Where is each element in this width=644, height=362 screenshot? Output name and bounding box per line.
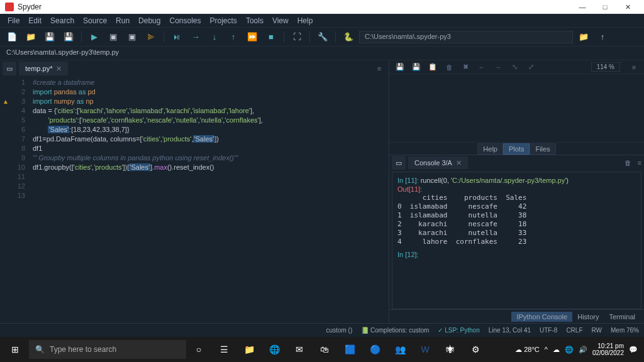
right-tab-files[interactable]: Files — [530, 143, 555, 155]
status-eol[interactable]: CRLF — [566, 327, 582, 334]
settings-icon[interactable]: ⚙ — [463, 338, 488, 361]
menu-projects[interactable]: Projects — [206, 15, 241, 26]
stop-debug-button[interactable]: ■ — [263, 30, 279, 44]
volume-icon[interactable]: 🔊 — [579, 346, 587, 354]
menu-source[interactable]: Source — [79, 15, 111, 26]
system-clock[interactable]: 10:21 pm 02/08/2022 — [592, 343, 624, 356]
minimize-button[interactable]: — — [571, 3, 594, 11]
start-button[interactable]: ⊞ — [3, 338, 28, 361]
tab-close-icon[interactable]: ✕ — [56, 65, 62, 73]
task-view-icon[interactable]: ☰ — [211, 338, 236, 361]
console-output[interactable]: In [11]: runcell(0, 'C:/Users/namta/.spy… — [392, 172, 641, 309]
parent-dir-button[interactable]: ↑ — [594, 30, 611, 44]
console-tab-history[interactable]: History — [572, 312, 604, 322]
step-into-button[interactable]: ↓ — [206, 30, 223, 44]
close-button[interactable]: ✕ — [616, 3, 639, 11]
delete-plot-button[interactable]: 🗑 — [442, 63, 456, 71]
code-line[interactable]: ''' Groupby multiple columns in pandas p… — [33, 153, 389, 163]
weather-widget[interactable]: ☁ 28°C — [515, 346, 540, 354]
console-options-button[interactable]: ≡ — [638, 159, 641, 167]
right-tab-plots[interactable]: Plots — [503, 143, 530, 155]
code-line[interactable]: df1=pd.DataFrame(data, columns=['cities'… — [33, 134, 389, 144]
app-icon-1[interactable]: 🟦 — [337, 338, 362, 361]
zoom-in-button[interactable]: ⤢ — [524, 63, 538, 71]
working-dir-combo[interactable]: C:\Users\namta\.spyder-py3 — [359, 31, 573, 43]
run-selection-button[interactable]: ⫸ — [143, 30, 159, 44]
save-all-button[interactable]: 💾 — [60, 30, 77, 44]
file-switcher-button[interactable]: ▭ — [3, 62, 16, 75]
code-line[interactable]: import pandas as pd — [33, 87, 389, 97]
open-file-button[interactable]: 📁 — [23, 30, 39, 44]
run-button[interactable]: ▶ — [86, 30, 103, 44]
console-tab-terminal[interactable]: Terminal — [604, 312, 640, 322]
console-switcher-button[interactable]: ▭ — [392, 156, 406, 170]
menu-help[interactable]: Help — [294, 15, 317, 26]
maximize-button[interactable]: □ — [594, 3, 616, 11]
prev-plot-button[interactable]: ← — [475, 63, 489, 71]
run-cell-button[interactable]: ▣ — [105, 30, 121, 44]
teams-icon[interactable]: 👥 — [387, 338, 413, 361]
console-tab-ipython-console[interactable]: IPython Console — [511, 312, 572, 322]
editor-options-button[interactable]: ≡ — [372, 65, 386, 72]
status-lsp[interactable]: ✓ LSP: Python — [438, 327, 479, 334]
code-line[interactable]: 'products':['nescafe','cornflakes','nesc… — [33, 116, 389, 125]
code-line[interactable]: data = {'cities':['karachi','lahore','is… — [33, 106, 389, 116]
code-line[interactable]: df1 — [33, 144, 389, 153]
plots-options-button[interactable]: ≡ — [628, 63, 640, 71]
tray-chevron-icon[interactable]: ^ — [545, 346, 548, 353]
preferences-button[interactable]: 🔧 — [314, 30, 331, 44]
continue-button[interactable]: ⏩ — [244, 30, 260, 44]
zoom-level[interactable]: 114 % — [591, 62, 620, 72]
menu-view[interactable]: View — [269, 15, 292, 26]
delete-all-button[interactable]: ✖ — [458, 63, 472, 71]
save-plot-button[interactable]: 💾 — [393, 63, 407, 71]
step-button[interactable]: → — [187, 30, 204, 44]
right-tab-help[interactable]: Help — [477, 143, 503, 155]
explorer-icon[interactable]: 📁 — [236, 338, 262, 361]
copy-plot-button[interactable]: 📋 — [426, 63, 440, 71]
save-button[interactable]: 💾 — [42, 30, 58, 44]
menu-consoles[interactable]: Consoles — [165, 15, 204, 26]
browse-dir-button[interactable]: 📁 — [575, 30, 592, 44]
status-bar: custom () 📗 Completions: custom ✓ LSP: P… — [0, 323, 644, 337]
debug-button[interactable]: ⏯ — [169, 30, 185, 44]
edge-icon[interactable]: 🌐 — [262, 338, 287, 361]
new-file-button[interactable]: 📄 — [4, 30, 20, 44]
code-editor[interactable]: ▲ 12345678910111213 #create a dataframei… — [0, 77, 389, 323]
save-all-plots-button[interactable]: 💾 — [409, 63, 423, 71]
console-stop-button[interactable]: 🗑 — [625, 159, 631, 167]
next-plot-button[interactable]: → — [491, 63, 505, 71]
code-line[interactable]: import numpy as np — [33, 97, 389, 106]
word-icon[interactable]: W — [413, 338, 438, 361]
network-icon[interactable]: 🌐 — [565, 346, 574, 354]
onedrive-icon[interactable]: ☁ — [553, 346, 560, 354]
menu-search[interactable]: Search — [47, 15, 78, 26]
menu-run[interactable]: Run — [112, 15, 133, 26]
console-tab-close-icon[interactable]: ✕ — [456, 159, 462, 167]
menu-debug[interactable]: Debug — [135, 15, 164, 26]
menu-file[interactable]: File — [4, 15, 23, 26]
menu-tools[interactable]: Tools — [242, 15, 267, 26]
status-rw: RW — [592, 327, 602, 334]
editor-tab-temp[interactable]: temp.py* ✕ — [19, 62, 68, 75]
step-out-button[interactable]: ↑ — [225, 30, 242, 44]
code-line[interactable]: 'Sales':[18,23,42,33,38,7]} — [33, 125, 389, 134]
store-icon[interactable]: 🛍 — [312, 338, 337, 361]
taskbar-search[interactable]: 🔍 Type here to search — [29, 340, 186, 359]
code-line[interactable]: df1.groupby(['cities','products'])['Sale… — [33, 163, 389, 172]
notification-icon[interactable]: 💬 — [629, 346, 638, 354]
maximize-pane-button[interactable]: ⛶ — [289, 30, 305, 44]
menu-edit[interactable]: Edit — [25, 15, 45, 26]
python-path-button[interactable]: 🐍 — [340, 30, 357, 44]
spyder-taskbar-icon[interactable]: 🕷 — [438, 338, 463, 361]
cortana-icon[interactable]: ○ — [186, 338, 211, 361]
console-tab[interactable]: Console 3/A ✕ — [408, 156, 468, 169]
status-encoding[interactable]: UTF-8 — [540, 327, 557, 334]
code-line[interactable]: #create a dataframe — [33, 78, 389, 87]
chrome-icon[interactable]: 🔵 — [362, 338, 387, 361]
mail-icon[interactable]: ✉ — [287, 338, 312, 361]
console-tab-label: Console 3/A — [414, 159, 452, 167]
status-completions[interactable]: 📗 Completions: custom — [361, 327, 429, 334]
run-cell-advance-button[interactable]: ▣ — [124, 30, 140, 44]
zoom-out-button[interactable]: ⤡ — [508, 63, 521, 71]
